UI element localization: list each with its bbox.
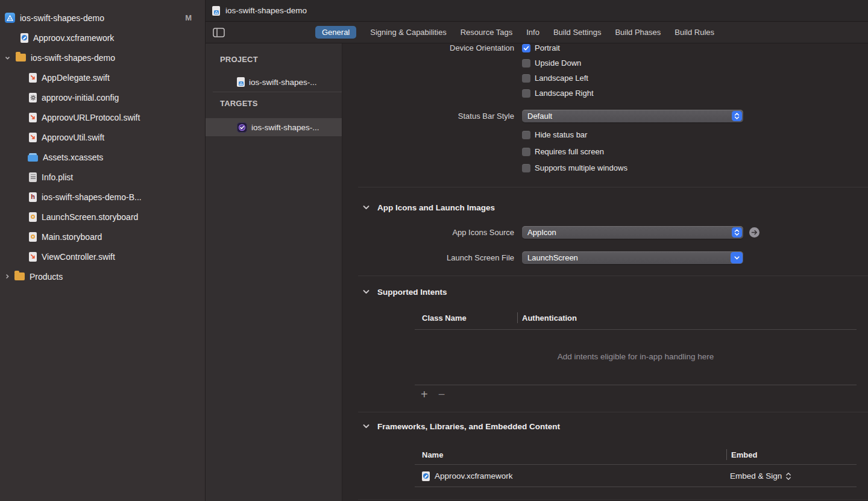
chevron-down-icon[interactable] — [363, 289, 370, 294]
storyboard-file-icon — [29, 212, 37, 222]
app-icons-source-row: App Icons Source AppIcon — [342, 225, 868, 240]
checkbox-label: Hide status bar — [535, 130, 587, 139]
column-header-name[interactable]: Name — [422, 450, 443, 459]
tab-build-phases[interactable]: Build Phases — [615, 28, 661, 37]
table-header-row: Name Embed — [415, 449, 857, 461]
column-header-embed[interactable]: Embed — [731, 450, 757, 459]
swift-file-icon — [29, 133, 37, 142]
field-label: Status Bar Style — [342, 112, 514, 121]
section-title: Supported Intents — [377, 288, 447, 297]
modified-badge: M — [185, 13, 192, 22]
checkbox-upside-down[interactable] — [522, 59, 530, 68]
editor-area: ios-swift-shapes-demo General Signing & … — [206, 0, 868, 501]
updown-chevron-icon — [785, 472, 791, 481]
checkbox-portrait[interactable] — [522, 44, 530, 52]
settings-tab-bar: General Signing & Capabilities Resource … — [206, 22, 868, 43]
frameworks-table: Name Embed Approov.xcframework Embed & S… — [415, 449, 857, 487]
launch-screen-file-combo[interactable]: LaunchScreen — [522, 251, 743, 264]
checkbox-landscape-left[interactable] — [522, 74, 530, 83]
nav-item-file[interactable]: ViewController.swift — [0, 247, 205, 266]
checkbox-label: Upside Down — [535, 58, 581, 68]
app-target-icon — [237, 122, 247, 133]
table-rule — [415, 385, 857, 385]
target-item-selected[interactable]: ios-swift-shapes-... — [206, 118, 342, 136]
nav-item-xcframework[interactable]: Approov.xcframework — [0, 28, 205, 48]
status-bar-option-row: Hide status bar — [342, 127, 868, 142]
nav-item-file[interactable]: Info.plist — [0, 167, 205, 187]
nav-item-label: ApproovURLProtocol.swift — [42, 113, 140, 122]
combo-chevron-icon — [731, 252, 743, 263]
column-header-authentication[interactable]: Authentication — [522, 314, 577, 323]
popup-value: Default — [527, 112, 552, 121]
file-navigator: ios-swift-shapes-demo M Approov.xcframew… — [0, 0, 206, 501]
nav-item-group-folder[interactable]: ios-swift-shapes-demo — [0, 48, 205, 68]
chevron-down-icon[interactable] — [4, 55, 11, 60]
targets-header: TARGETS — [220, 99, 342, 109]
nav-item-file[interactable]: AppDelegate.swift — [0, 68, 205, 87]
table-toolbar: + − — [421, 389, 857, 399]
swift-file-icon — [29, 252, 37, 262]
tab-general[interactable]: General — [315, 26, 356, 39]
nav-item-file[interactable]: h ios-swift-shapes-demo-B... — [0, 187, 205, 207]
nav-item-file[interactable]: ApproovURLProtocol.swift — [0, 107, 205, 127]
sidebar-toggle-icon[interactable] — [213, 28, 225, 37]
status-bar-option-row: Requires full screen — [342, 144, 868, 159]
editor-file-title[interactable]: ios-swift-shapes-demo — [225, 6, 307, 15]
app-icons-source-popup[interactable]: AppIcon — [522, 226, 743, 239]
remove-intent-button[interactable]: − — [438, 389, 445, 399]
nav-item-file[interactable]: LaunchScreen.storyboard — [0, 207, 205, 227]
tab-resource-tags[interactable]: Resource Tags — [461, 28, 512, 37]
chevron-right-icon[interactable] — [4, 274, 11, 279]
app-icons-section-header[interactable]: App Icons and Launch Images — [342, 201, 868, 213]
add-intent-button[interactable]: + — [421, 389, 428, 399]
swift-file-icon — [29, 113, 37, 122]
nav-item-file[interactable]: Main.storyboard — [0, 227, 205, 247]
jump-arrow-button[interactable] — [749, 227, 760, 238]
nav-item-project-root[interactable]: ios-swift-shapes-demo M — [0, 8, 205, 28]
tab-build-settings[interactable]: Build Settings — [553, 28, 602, 37]
nav-item-products[interactable]: Products — [0, 266, 205, 286]
project-file-icon — [212, 6, 220, 16]
checkbox-requires-full-screen[interactable] — [522, 148, 530, 156]
section-divider — [358, 499, 868, 500]
chevron-down-icon[interactable] — [363, 205, 370, 210]
checkbox-hide-status-bar[interactable] — [522, 131, 530, 139]
nav-item-file[interactable]: approov-initial.config — [0, 87, 205, 107]
nav-item-file[interactable]: Assets.xcassets — [0, 147, 205, 167]
section-title: App Icons and Launch Images — [377, 203, 495, 212]
table-rule — [415, 329, 857, 330]
checkbox-label: Requires full screen — [535, 147, 604, 156]
project-item-label: ios-swift-shapes-... — [249, 78, 317, 87]
section-divider — [358, 276, 868, 276]
field-label: Device Orientation — [342, 43, 514, 52]
section-title: Frameworks, Libraries, and Embedded Cont… — [377, 422, 560, 431]
nav-item-label: Assets.xcassets — [43, 153, 103, 162]
project-file-icon — [237, 77, 245, 87]
embed-mode-select[interactable]: Embed & Sign — [730, 471, 791, 481]
checkbox-landscape-right[interactable] — [522, 89, 530, 98]
tab-signing-capabilities[interactable]: Signing & Capabilities — [370, 28, 446, 37]
settings-body: PROJECT ios-swift-shapes-... TARGETS ios… — [206, 43, 868, 501]
supported-intents-section-header[interactable]: Supported Intents — [342, 286, 868, 298]
status-bar-style-row: Status Bar Style Default — [342, 109, 868, 124]
checkbox-label: Landscape Left — [535, 74, 588, 83]
checkbox-supports-multiple-windows[interactable] — [522, 164, 530, 172]
chevron-down-icon[interactable] — [363, 424, 370, 429]
project-item[interactable]: ios-swift-shapes-... — [206, 74, 342, 90]
column-divider[interactable] — [517, 312, 518, 323]
swift-file-icon — [29, 73, 37, 83]
checkbox-label: Portrait — [535, 43, 560, 52]
device-orientation-row: Device Orientation Portrait — [342, 43, 868, 55]
supported-intents-table: Class Name Authentication Add intents el… — [415, 312, 857, 399]
frameworks-section-header[interactable]: Frameworks, Libraries, and Embedded Cont… — [342, 420, 868, 432]
status-bar-style-popup[interactable]: Default — [522, 110, 743, 122]
column-divider[interactable] — [726, 449, 727, 460]
column-header-class-name[interactable]: Class Name — [422, 314, 467, 323]
table-header-row: Class Name Authentication — [415, 312, 857, 324]
status-bar-option-row: Supports multiple windows — [342, 160, 868, 175]
nav-item-file[interactable]: ApproovUtil.swift — [0, 127, 205, 147]
embed-mode-value: Embed & Sign — [730, 471, 782, 481]
tab-info[interactable]: Info — [526, 28, 539, 37]
tab-build-rules[interactable]: Build Rules — [675, 28, 714, 37]
framework-row[interactable]: Approov.xcframework Embed & Sign — [415, 468, 857, 484]
